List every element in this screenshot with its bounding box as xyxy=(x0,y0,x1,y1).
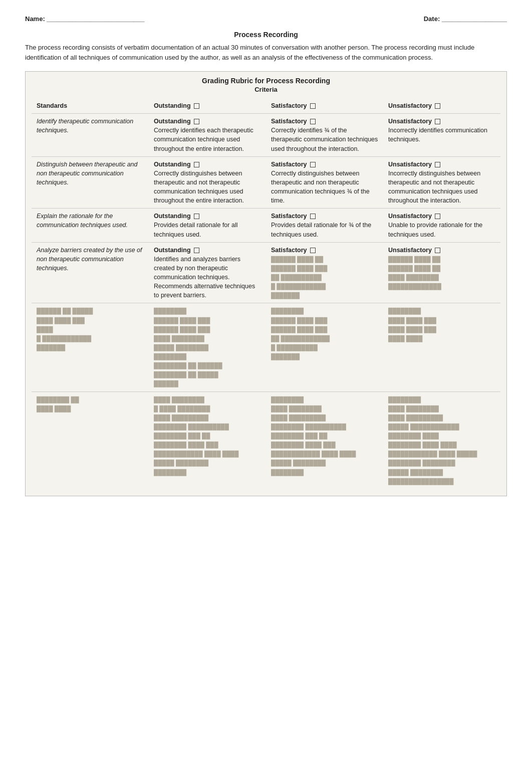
row2-standard: Distinguish between therapeutic and non … xyxy=(32,156,149,209)
row1-outstanding-checkbox[interactable] xyxy=(194,119,199,124)
row3-outstanding: Outstanding Provides detail rationale fo… xyxy=(149,209,266,242)
unsatisfactory-checkbox-header[interactable] xyxy=(435,103,440,109)
row1-outstanding: Outstanding Correctly identifies each th… xyxy=(149,114,266,157)
row1-satisfactory: Satisfactory Correctly identifies ¾ of t… xyxy=(266,114,383,157)
row3-unsatisfactory: Unsatisfactory Unable to provide rationa… xyxy=(383,209,500,242)
row1-standard: Identify therapeutic communication techn… xyxy=(32,114,149,157)
row2-outstanding: Outstanding Correctly distinguishes betw… xyxy=(149,156,266,209)
row1-satisfactory-label: Satisfactory xyxy=(271,118,316,125)
rubric-container: Grading Rubric for Process Recording Cri… xyxy=(25,71,507,496)
row5-standard-blurred: ██████ ██ █████ ████ ████ ███ ████ █ ███… xyxy=(32,303,149,392)
outstanding-checkbox-header[interactable] xyxy=(194,103,199,109)
col-standards-header: Standards xyxy=(32,98,149,114)
page-title: Process Recording xyxy=(25,31,507,39)
table-row: Identify therapeutic communication techn… xyxy=(32,114,500,157)
row4-satisfactory-label: Satisfactory xyxy=(271,247,316,254)
row4-outstanding-label: Outstanding xyxy=(154,247,199,254)
row4-satisfactory-blurred: ██████ ████ ██ ██████ ████ ███ ██ ██████… xyxy=(271,256,327,299)
row3-unsatisfactory-label: Unsatisfactory xyxy=(388,213,440,220)
row3-satisfactory-label: Satisfactory xyxy=(271,213,316,220)
row5-outstanding-blurred: ████████ ██████ ████ ███ ██████ ████ ███… xyxy=(149,303,266,392)
row2-satisfactory-checkbox[interactable] xyxy=(310,162,316,167)
header-row: Name: ___________________________ Date: … xyxy=(25,15,507,23)
table-row: Analyze barriers created by the use of n… xyxy=(32,242,500,303)
row4-outstanding: Outstanding Identifies and analyzes barr… xyxy=(149,242,266,303)
row3-satisfactory: Satisfactory Provides detail rationale f… xyxy=(266,209,383,242)
row4-unsatisfactory: Unsatisfactory ██████ ████ ██ ██████ ███… xyxy=(383,242,500,303)
satisfactory-checkbox-header[interactable] xyxy=(310,103,316,109)
row6-outstanding-blurred: ████ ████████ █ ████ ████████ ████ █████… xyxy=(149,392,266,489)
rubric-subtitle: Criteria xyxy=(32,86,500,93)
rubric-table: Standards Outstanding Satisfactory Unsat… xyxy=(32,98,500,489)
row4-standard: Analyze barriers created by the use of n… xyxy=(32,242,149,303)
row1-unsatisfactory-label: Unsatisfactory xyxy=(388,118,440,125)
row1-unsatisfactory-checkbox[interactable] xyxy=(435,119,440,124)
row2-outstanding-checkbox[interactable] xyxy=(194,162,199,167)
table-row: Explain the rationale for the communicat… xyxy=(32,209,500,242)
row3-outstanding-label: Outstanding xyxy=(154,213,199,220)
intro-text: The process recording consists of verbat… xyxy=(25,43,507,62)
row1-unsatisfactory: Unsatisfactory Incorrectly identifies co… xyxy=(383,114,500,157)
table-header-row: Standards Outstanding Satisfactory Unsat… xyxy=(32,98,500,114)
row6-unsatisfactory-blurred: ████████ ████ ████████ ████ █████████ ██… xyxy=(383,392,500,489)
row3-outstanding-checkbox[interactable] xyxy=(194,214,199,219)
row1-outstanding-label: Outstanding xyxy=(154,118,199,125)
table-row-blurred-2: ████████ ██ ████ ████ ████ ████████ █ ██… xyxy=(32,392,500,489)
row1-satisfactory-checkbox[interactable] xyxy=(310,119,316,124)
table-row: Distinguish between therapeutic and non … xyxy=(32,156,500,209)
row4-outstanding-checkbox[interactable] xyxy=(194,248,199,253)
row4-unsatisfactory-label: Unsatisfactory xyxy=(388,247,440,254)
row2-satisfactory: Satisfactory Correctly distinguishes bet… xyxy=(266,156,383,209)
row2-unsatisfactory: Unsatisfactory Incorrectly distinguishes… xyxy=(383,156,500,209)
row2-unsatisfactory-label: Unsatisfactory xyxy=(388,161,440,168)
name-label: Name: ___________________________ xyxy=(25,15,145,23)
col-outstanding-header: Outstanding xyxy=(149,98,266,114)
row2-outstanding-label: Outstanding xyxy=(154,161,199,168)
row3-unsatisfactory-checkbox[interactable] xyxy=(435,214,440,219)
row3-satisfactory-checkbox[interactable] xyxy=(310,214,316,219)
row4-satisfactory-checkbox[interactable] xyxy=(310,248,316,253)
col-unsatisfactory-header: Unsatisfactory xyxy=(383,98,500,114)
row2-satisfactory-label: Satisfactory xyxy=(271,161,316,168)
row3-standard: Explain the rationale for the communicat… xyxy=(32,209,149,242)
row4-satisfactory: Satisfactory ██████ ████ ██ ██████ ████ … xyxy=(266,242,383,303)
row4-unsatisfactory-checkbox[interactable] xyxy=(435,248,440,253)
col-satisfactory-header: Satisfactory xyxy=(266,98,383,114)
row2-unsatisfactory-checkbox[interactable] xyxy=(435,162,440,167)
row6-satisfactory-blurred: ████████ ████ ████████ ████ █████████ ██… xyxy=(266,392,383,489)
date-label: Date: __________________ xyxy=(424,15,507,23)
row5-satisfactory-blurred: ████████ ██████ ████ ███ ██████ ████ ███… xyxy=(266,303,383,392)
row4-unsatisfactory-blurred: ██████ ████ ██ ██████ ████ ██ ████ █████… xyxy=(388,256,441,289)
table-row-blurred-1: ██████ ██ █████ ████ ████ ███ ████ █ ███… xyxy=(32,303,500,392)
row5-unsatisfactory-blurred: ████████ ████ ████ ███ ████ ████ ███ ███… xyxy=(383,303,500,392)
rubric-title: Grading Rubric for Process Recording xyxy=(32,77,500,85)
row6-standard-blurred: ████████ ██ ████ ████ xyxy=(32,392,149,489)
